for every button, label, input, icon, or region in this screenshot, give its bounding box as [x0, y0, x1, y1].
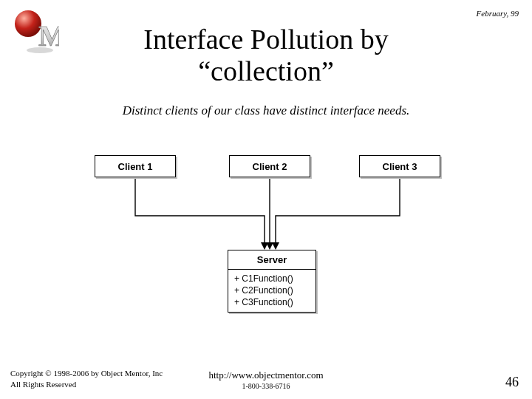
title-line-1: Interface Pollution by	[143, 24, 388, 55]
title-line-2: “collection”	[198, 55, 334, 86]
svg-marker-3	[266, 242, 273, 250]
slide-date: February, 99	[477, 9, 519, 18]
svg-marker-4	[272, 242, 279, 250]
footer-phone: 1-800-338-6716	[0, 382, 532, 390]
uml-member: + C2Function()	[234, 284, 310, 296]
slide: February, 99 M Interface Pollution by	[0, 0, 532, 399]
slide-title: Interface Pollution by “collection”	[0, 24, 532, 86]
slide-subtitle: Distinct clients of our class have disti…	[0, 103, 532, 118]
uml-member: + C1Function()	[234, 273, 310, 284]
uml-server-members: + C1Function() + C2Function() + C3Functi…	[228, 270, 316, 312]
uml-server-name: Server	[228, 250, 316, 270]
page-number: 46	[505, 375, 519, 390]
uml-server: Server + C1Function() + C2Function() + C…	[228, 250, 316, 313]
url-text: http://www.objectmentor.com	[208, 369, 323, 381]
footer-url: http://www.objectmentor.com 1-800-338-67…	[0, 369, 532, 390]
uml-member: + C3Function()	[234, 296, 310, 308]
uml-diagram: Client 1 Client 2 Client 3 Server + C1Fu…	[89, 148, 443, 347]
